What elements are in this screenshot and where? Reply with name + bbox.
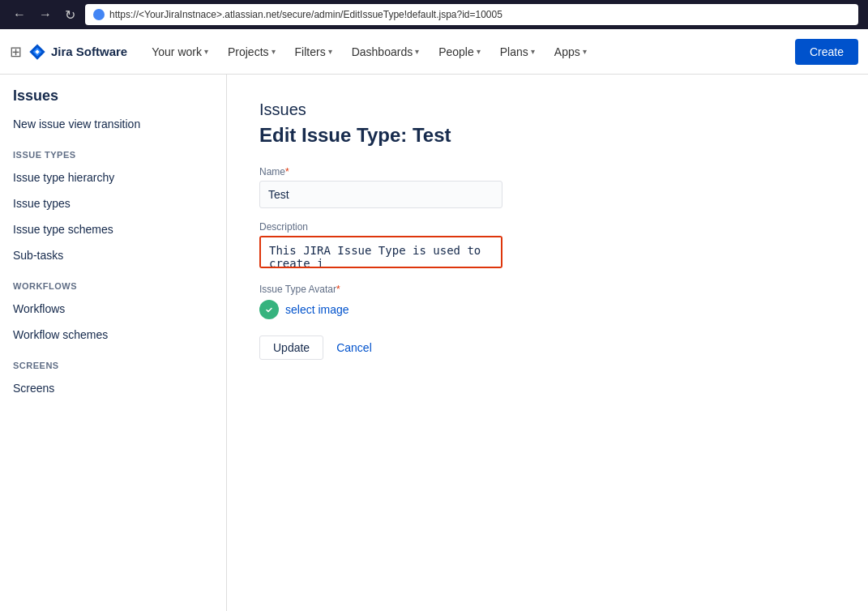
sidebar-item-sub-tasks[interactable]: Sub-tasks — [0, 242, 226, 268]
grid-icon[interactable]: ⊞ — [10, 43, 22, 61]
description-label: Description — [259, 221, 836, 233]
sidebar-item-issue-type-hierarchy[interactable]: Issue type hierarchy — [0, 164, 226, 190]
description-input[interactable]: This JIRA Issue Type is used to create i — [259, 236, 502, 268]
sidebar-item-new-issue-view[interactable]: New issue view transition — [0, 111, 226, 137]
update-button[interactable]: Update — [259, 335, 323, 360]
name-required-star: * — [285, 166, 289, 177]
sidebar-section-workflows: WORKFLOWS — [0, 268, 226, 296]
sidebar-item-issue-types[interactable]: Issue types — [0, 190, 226, 216]
chevron-down-icon: ▾ — [415, 47, 419, 56]
description-form-group: Description This JIRA Issue Type is used… — [259, 221, 836, 271]
top-nav: ⊞ Jira Software Your work ▾ Projects ▾ F… — [0, 29, 868, 75]
browser-chrome: ← → ↻ https://<YourJiraInstnace>.atlassi… — [0, 0, 868, 29]
url-text: https://<YourJiraInstnace>.atlassian.net… — [109, 9, 502, 20]
nav-item-dashboards[interactable]: Dashboards ▾ — [344, 39, 428, 65]
logo[interactable]: Jira Software — [28, 43, 127, 61]
svg-point-0 — [263, 303, 276, 316]
forward-button[interactable]: → — [36, 6, 55, 24]
name-label: Name* — [259, 166, 836, 177]
avatar-svg — [263, 303, 276, 316]
sidebar: Issues New issue view transition ISSUE T… — [0, 75, 227, 611]
avatar-icon — [259, 300, 279, 319]
chevron-down-icon: ▾ — [328, 47, 332, 56]
chevron-down-icon: ▾ — [583, 47, 587, 56]
main-layout: Issues New issue view transition ISSUE T… — [0, 75, 868, 611]
sidebar-item-workflow-schemes[interactable]: Workflow schemes — [0, 322, 226, 348]
sidebar-item-issue-type-schemes[interactable]: Issue type schemes — [0, 216, 226, 242]
logo-text: Jira Software — [51, 45, 127, 58]
page-subtitle: Edit Issue Type: Test — [259, 124, 836, 147]
content-area: Issues Edit Issue Type: Test Name* Descr… — [227, 75, 868, 611]
reload-button[interactable]: ↻ — [62, 6, 79, 24]
nav-item-people[interactable]: People ▾ — [430, 39, 489, 65]
chevron-down-icon: ▾ — [204, 47, 208, 56]
sidebar-item-screens[interactable]: Screens — [0, 375, 226, 401]
page-title: Issues — [259, 100, 836, 119]
button-row: Update Cancel — [259, 335, 836, 360]
avatar-row: select image — [259, 300, 836, 319]
nav-item-plans[interactable]: Plans ▾ — [492, 39, 543, 65]
avatar-label: Issue Type Avatar* — [259, 284, 836, 295]
sidebar-section-issue-types: ISSUE TYPES — [0, 137, 226, 164]
avatar-required-star: * — [336, 284, 340, 295]
address-bar[interactable]: https://<YourJiraInstnace>.atlassian.net… — [85, 4, 858, 25]
jira-logo-icon — [28, 43, 46, 61]
sidebar-heading: Issues — [0, 75, 226, 111]
sidebar-item-workflows[interactable]: Workflows — [0, 296, 226, 322]
avatar-section: Issue Type Avatar* select image — [259, 284, 836, 319]
nav-item-your-work[interactable]: Your work ▾ — [143, 39, 216, 65]
nav-item-filters[interactable]: Filters ▾ — [287, 39, 340, 65]
nav-item-apps[interactable]: Apps ▾ — [546, 39, 595, 65]
sidebar-section-screens: SCREENS — [0, 348, 226, 375]
name-form-group: Name* — [259, 166, 836, 208]
chevron-down-icon: ▾ — [272, 47, 276, 56]
chevron-down-icon: ▾ — [531, 47, 535, 56]
cancel-button[interactable]: Cancel — [333, 335, 375, 360]
favicon-icon — [93, 9, 105, 20]
select-image-link[interactable]: select image — [285, 303, 349, 316]
nav-item-projects[interactable]: Projects ▾ — [220, 39, 284, 65]
create-button[interactable]: Create — [795, 39, 858, 65]
name-input[interactable] — [259, 181, 502, 208]
back-button[interactable]: ← — [10, 6, 29, 24]
chevron-down-icon: ▾ — [477, 47, 481, 56]
